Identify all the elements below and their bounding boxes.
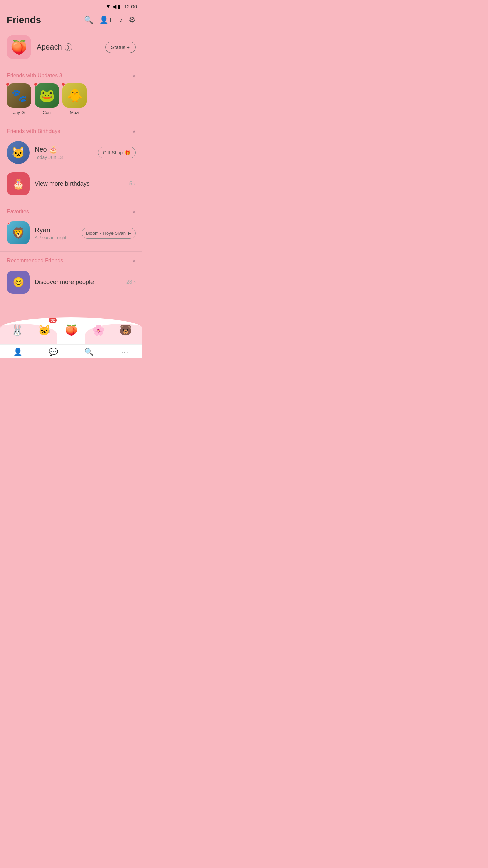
discover-text: Discover more people bbox=[35, 279, 122, 286]
music-play-button[interactable]: Bloom - Troye Sivan ▶ bbox=[82, 228, 136, 239]
status-time: 12:00 bbox=[124, 4, 137, 9]
updates-title-text: Friends with Updates bbox=[7, 73, 58, 78]
ryan-info: Ryan A Pleasant night bbox=[35, 226, 77, 240]
status-button[interactable]: Status + bbox=[105, 42, 136, 53]
char-3: 🍑 bbox=[60, 319, 82, 341]
recommended-chevron-icon[interactable]: ∧ bbox=[132, 258, 136, 263]
page-title: Friends bbox=[7, 15, 41, 25]
update-dot-muzi bbox=[61, 82, 65, 86]
status-bar: ▼ ◀ ▮ 12:00 bbox=[0, 0, 142, 12]
signal-icon: ◀ bbox=[112, 3, 116, 10]
updates-list: 🐾 Jay-G 🐸 Con 🐥 Muzi bbox=[0, 82, 142, 122]
profile-arrow[interactable]: ❯ bbox=[65, 43, 72, 51]
header: Friends 🔍 👤+ ♪ ⚙ bbox=[0, 12, 142, 31]
friend-name-con: Con bbox=[43, 110, 51, 115]
birthdays-chevron-icon[interactable]: ∧ bbox=[132, 129, 136, 134]
friend-avatar-wrap-muzi: 🐥 bbox=[62, 83, 87, 108]
update-dot-jayg bbox=[6, 82, 10, 86]
gift-icon: 🎁 bbox=[125, 150, 130, 155]
favorites-section-title: Favorites bbox=[7, 209, 29, 215]
my-profile[interactable]: Apeach ❯ Status + bbox=[0, 31, 142, 66]
my-avatar bbox=[7, 35, 31, 59]
my-name-text: Apeach bbox=[37, 43, 62, 52]
birthdays-section-title: Friends with Birthdays bbox=[7, 128, 60, 134]
my-name-container: Apeach ❯ bbox=[37, 43, 100, 52]
neo-info: Neo 🎂 Today Jun 13 bbox=[35, 145, 93, 160]
ryan-avatar: 🦁 bbox=[7, 221, 30, 244]
nav-tabs: 👤 💬 🔍 ⋯ bbox=[0, 344, 142, 358]
friends-with-birthdays-section: Friends with Birthdays ∧ 🐱 Neo 🎂 Today J… bbox=[0, 122, 142, 202]
friend-item-muzi[interactable]: 🐥 Muzi bbox=[62, 83, 87, 115]
nav-find-icon: 🔍 bbox=[84, 348, 94, 356]
view-more-birthdays-count: 5 › bbox=[129, 181, 136, 187]
music-icon[interactable]: ♪ bbox=[119, 16, 123, 24]
discover-chevron-right-icon: › bbox=[134, 279, 136, 285]
discover-count-num: 28 bbox=[126, 279, 133, 285]
view-more-birthdays-row[interactable]: 🎂 View more birthdays 5 › bbox=[0, 169, 142, 202]
nav-tab-chats[interactable]: 💬 bbox=[36, 345, 71, 358]
search-icon[interactable]: 🔍 bbox=[84, 16, 93, 24]
nav-chats-icon: 💬 bbox=[49, 348, 58, 356]
birthdays-section-header: Friends with Birthdays ∧ bbox=[0, 122, 142, 138]
view-more-birthdays-text: View more birthdays bbox=[35, 180, 125, 188]
nav-tab-find[interactable]: 🔍 bbox=[71, 345, 107, 358]
settings-icon[interactable]: ⚙ bbox=[129, 16, 136, 24]
ryan-name: Ryan bbox=[35, 226, 77, 234]
neo-name-text: Neo bbox=[35, 145, 47, 153]
char-2-badge: 32 bbox=[49, 318, 56, 323]
friend-avatar-wrap-con: 🐸 bbox=[35, 83, 59, 108]
neo-birthday-emoji: 🎂 bbox=[49, 145, 58, 154]
favorites-section-header: Favorites ∧ bbox=[0, 202, 142, 218]
friend-name-jayg: Jay-G bbox=[13, 110, 25, 115]
birthdays-count-num: 5 bbox=[129, 181, 133, 187]
updates-section-title: Friends with Updates 3 bbox=[7, 73, 62, 79]
add-friend-icon[interactable]: 👤+ bbox=[99, 16, 113, 24]
friend-avatar-wrap-jayg: 🐾 bbox=[7, 83, 31, 108]
friend-avatar-con: 🐸 bbox=[35, 83, 59, 108]
friend-item-con[interactable]: 🐸 Con bbox=[35, 83, 59, 115]
char-4: 🌸 bbox=[87, 319, 109, 341]
favorites-chevron-icon[interactable]: ∧ bbox=[132, 209, 136, 214]
gift-shop-button[interactable]: Gift Shop 🎁 bbox=[98, 147, 136, 158]
char-2: 🐱 32 bbox=[33, 319, 55, 341]
play-icon: ▶ bbox=[128, 231, 131, 236]
friend-avatar-jayg: 🐾 bbox=[7, 83, 31, 108]
header-icons: 🔍 👤+ ♪ ⚙ bbox=[84, 16, 136, 24]
neo-avatar: 🐱 bbox=[7, 141, 30, 164]
updates-chevron-icon[interactable]: ∧ bbox=[132, 73, 136, 78]
updates-count: 3 bbox=[59, 73, 62, 78]
gift-shop-label: Gift Shop bbox=[103, 150, 123, 155]
ryan-favorite-item[interactable]: 🦁 Ryan A Pleasant night Bloom - Troye Si… bbox=[0, 218, 142, 251]
friend-avatar-muzi: 🐥 bbox=[62, 83, 87, 108]
discover-icon: 😊 bbox=[7, 271, 30, 294]
char-5: 🐻 bbox=[115, 319, 137, 341]
recommended-friends-section: Recommended Friends ∧ 😊 Discover more pe… bbox=[0, 252, 142, 358]
neo-birthday-item[interactable]: 🐱 Neo 🎂 Today Jun 13 Gift Shop 🎁 bbox=[0, 138, 142, 169]
view-more-birthdays-icon: 🎂 bbox=[7, 172, 30, 195]
status-icons: ▼ ◀ ▮ bbox=[106, 3, 121, 10]
nav-more-icon: ⋯ bbox=[121, 348, 128, 356]
recommended-section-header: Recommended Friends ∧ bbox=[0, 252, 142, 267]
ryan-active-dot bbox=[7, 221, 10, 225]
bottom-decoration: 🐰 🐱 32 🍑 🌸 🐻 👤 💬 🔍 ⋯ bbox=[0, 307, 142, 358]
favorites-section: Favorites ∧ 🦁 Ryan A Pleasant night Bloo… bbox=[0, 202, 142, 251]
friends-with-updates-section: Friends with Updates 3 ∧ 🐾 Jay-G 🐸 Con 🐥 bbox=[0, 66, 142, 122]
wifi-icon: ▼ bbox=[106, 4, 111, 10]
ryan-status: A Pleasant night bbox=[35, 235, 77, 240]
birthdays-chevron-right-icon: › bbox=[134, 181, 136, 187]
updates-section-header: Friends with Updates 3 ∧ bbox=[0, 66, 142, 82]
neo-birthday-date: Today Jun 13 bbox=[35, 155, 93, 160]
nav-tab-more[interactable]: ⋯ bbox=[107, 345, 142, 358]
battery-icon: ▮ bbox=[118, 3, 121, 10]
update-dot-con bbox=[34, 82, 38, 86]
characters-row: 🐰 🐱 32 🍑 🌸 🐻 bbox=[0, 307, 142, 341]
friend-item-jayg[interactable]: 🐾 Jay-G bbox=[7, 83, 31, 115]
friend-name-muzi: Muzi bbox=[70, 110, 79, 115]
char-1: 🐰 bbox=[6, 319, 28, 341]
music-track-label: Bloom - Troye Sivan bbox=[86, 231, 126, 236]
nav-friends-icon: 👤 bbox=[13, 348, 22, 356]
discover-more-row[interactable]: 😊 Discover more people 28 › bbox=[0, 267, 142, 300]
nav-tab-friends[interactable]: 👤 bbox=[0, 345, 36, 358]
discover-count: 28 › bbox=[126, 279, 136, 285]
neo-name-row: Neo 🎂 bbox=[35, 145, 93, 154]
